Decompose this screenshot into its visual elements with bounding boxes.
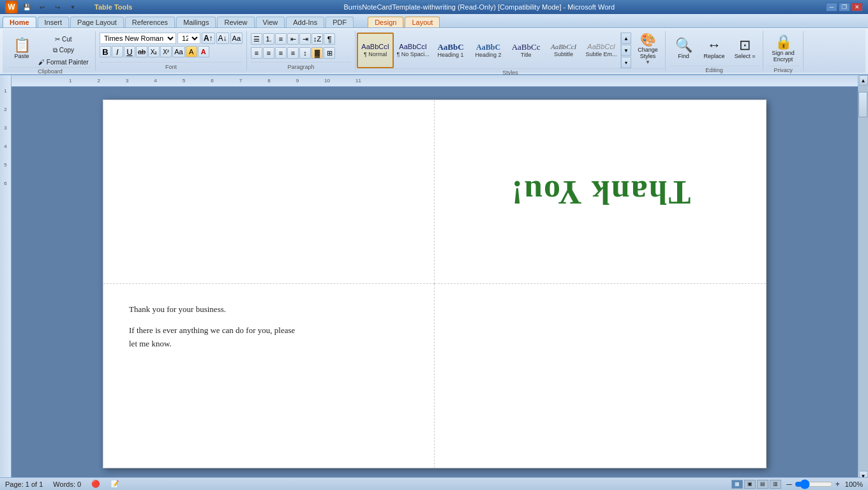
- superscript-button[interactable]: X²: [160, 46, 172, 57]
- tab-mailings[interactable]: Mailings: [176, 17, 216, 27]
- subscript-button[interactable]: X₂: [148, 46, 160, 57]
- clipboard-group: 📋 Paste ✂ Cut ⧉ Copy 🖌 Format Painter Cl…: [5, 31, 96, 71]
- align-left-button[interactable]: ≡: [251, 47, 262, 59]
- paste-button[interactable]: 📋 Paste: [9, 33, 34, 66]
- style-no-spacing[interactable]: AaBbCcI ¶ No Spaci...: [394, 33, 431, 68]
- numbering-button[interactable]: 1.: [263, 33, 274, 45]
- find-button[interactable]: 🔍 Find: [670, 33, 698, 66]
- highlight-button[interactable]: A: [186, 46, 197, 57]
- zoom-percentage: 100%: [845, 480, 863, 488]
- quick-access-save[interactable]: 💾: [20, 1, 33, 13]
- scroll-up-arrow[interactable]: ▲: [859, 75, 868, 85]
- zoom-in-button[interactable]: +: [835, 480, 840, 489]
- sign-encrypt-button[interactable]: 🔒 Sign andEncrypt: [767, 33, 799, 66]
- tab-references[interactable]: References: [125, 17, 175, 27]
- style-title[interactable]: AaBbCc Title: [507, 33, 544, 68]
- align-center-button[interactable]: ≡: [263, 47, 274, 59]
- quick-access-undo[interactable]: ↩: [36, 1, 49, 13]
- style-heading1[interactable]: AaBbC Heading 1: [432, 33, 469, 68]
- borders-button[interactable]: ⊞: [324, 47, 335, 59]
- strikethrough-button[interactable]: ab: [136, 46, 147, 57]
- decrease-indent-button[interactable]: ⇤: [287, 33, 299, 45]
- font-label: Font: [100, 62, 243, 71]
- ribbon-tab-bar: Home Insert Page Layout References Maili…: [0, 14, 868, 28]
- align-right-button[interactable]: ≡: [275, 47, 287, 59]
- justify-button[interactable]: ≡: [287, 47, 299, 59]
- scroll-track[interactable]: [858, 85, 868, 471]
- paragraph-row1: ☰ 1. ≡ ⇤ ⇥ ↕Z ¶: [251, 33, 335, 45]
- table-tools-design[interactable]: Design: [368, 17, 403, 27]
- text-line-3: let me know.: [129, 338, 408, 351]
- replace-button[interactable]: ↔ Replace: [700, 33, 728, 66]
- format-painter-button[interactable]: 🖌 Format Painter: [36, 57, 91, 67]
- scroll-thumb[interactable]: [858, 92, 867, 117]
- zoom-slider[interactable]: [795, 481, 833, 487]
- view-web-layout[interactable]: ▤: [757, 480, 768, 489]
- bullets-button[interactable]: ☰: [251, 33, 262, 45]
- quick-access-more[interactable]: ▼: [66, 1, 79, 13]
- clear-formatting-button[interactable]: Aa: [230, 33, 243, 44]
- page-text-area[interactable]: Thank you for your business. If there is…: [103, 284, 434, 369]
- tab-add-ins[interactable]: Add-Ins: [286, 17, 324, 27]
- style-normal[interactable]: AaBbCcI ¶ Normal: [357, 33, 394, 68]
- office-logo[interactable]: W: [5, 1, 18, 13]
- styles-scroll-up[interactable]: ▲: [621, 33, 631, 44]
- sign-encrypt-top: 🔒 Sign andEncrypt: [767, 33, 799, 66]
- tab-pdf[interactable]: PDF: [326, 17, 354, 27]
- minimize-button[interactable]: ─: [826, 3, 837, 11]
- quick-access-redo[interactable]: ↪: [51, 1, 64, 13]
- increase-indent-button[interactable]: ⇥: [299, 33, 311, 45]
- zoom-out-button[interactable]: ─: [786, 480, 792, 489]
- multilevel-list-button[interactable]: ≡: [275, 33, 287, 45]
- tab-home[interactable]: Home: [3, 17, 36, 27]
- shading-button[interactable]: ▓: [311, 47, 323, 59]
- font-color-button[interactable]: A: [198, 46, 209, 57]
- tab-insert[interactable]: Insert: [38, 17, 70, 27]
- main-content: 1 2 3 4 5 6 7 8 9 10 11 Thank You!: [11, 75, 858, 481]
- editing-group: 🔍 Find ↔ Replace ⊡ Select = Editing: [666, 31, 763, 71]
- font-size-select[interactable]: 12: [177, 33, 200, 44]
- close-button[interactable]: ✕: [851, 3, 863, 11]
- restore-button[interactable]: ❐: [839, 3, 850, 11]
- styles-expand[interactable]: ▾: [621, 57, 631, 68]
- table-tools-layout[interactable]: Layout: [405, 17, 440, 27]
- view-full-screen[interactable]: ▣: [744, 480, 756, 489]
- paragraph-group-top: ☰ 1. ≡ ⇤ ⇥ ↕Z ¶ ≡ ≡ ≡ ≡ ↕ ▓ ⊞: [251, 33, 351, 62]
- page-quadrant-top-right: Thank You!: [435, 100, 766, 284]
- view-outline[interactable]: ▥: [770, 480, 781, 489]
- font-shrink-button[interactable]: A↓: [216, 33, 229, 44]
- show-formatting-button[interactable]: ¶: [324, 33, 335, 45]
- styles-scroll-down[interactable]: ▼: [621, 45, 631, 56]
- paragraph-row2: ≡ ≡ ≡ ≡ ↕ ▓ ⊞: [251, 47, 335, 59]
- bold-button[interactable]: B: [100, 46, 111, 57]
- styles-top: AaBbCcI ¶ Normal AaBbCcI ¶ No Spaci... A…: [357, 33, 664, 68]
- title-bar: W 💾 ↩ ↪ ▼ Table Tools BurrisNoteCardTemp…: [0, 0, 868, 14]
- copy-button[interactable]: ⧉ Copy: [36, 45, 91, 56]
- sign-encrypt-group: 🔒 Sign andEncrypt Privacy: [763, 31, 804, 71]
- style-heading2[interactable]: AaBbC Heading 2: [470, 33, 507, 68]
- window-title: BurrisNoteCardTemplate-withwriting (Read…: [343, 3, 615, 11]
- font-row2: B I U ab X₂ X² Aa A A: [100, 45, 209, 58]
- tab-page-layout[interactable]: Page Layout: [70, 17, 124, 27]
- document-area: 1 2 3 4 5 6 1 2 3 4 5 6 7 8 9 10 11: [0, 75, 868, 481]
- tab-view[interactable]: View: [256, 17, 285, 27]
- vertical-scrollbar[interactable]: ▲ ▼: [858, 75, 868, 481]
- change-styles-button[interactable]: 🎨 ChangeStyles ▼: [632, 33, 664, 66]
- style-subtle-em[interactable]: AaBbCcI Subtle Em...: [583, 33, 620, 68]
- ribbon-main: 📋 Paste ✂ Cut ⧉ Copy 🖌 Format Painter Cl…: [3, 29, 865, 73]
- italic-button[interactable]: I: [112, 46, 123, 57]
- line-spacing-button[interactable]: ↕: [299, 47, 311, 59]
- view-print-layout[interactable]: ▦: [731, 480, 743, 489]
- tab-review[interactable]: Review: [217, 17, 254, 27]
- font-grow-button[interactable]: A↑: [202, 33, 215, 44]
- style-subtitle[interactable]: AaBbCcI Subtitle: [545, 33, 582, 68]
- select-button[interactable]: ⊡ Select =: [731, 33, 759, 66]
- underline-button[interactable]: U: [124, 46, 135, 57]
- sort-button[interactable]: ↕Z: [311, 33, 323, 45]
- change-case-button[interactable]: Aa: [172, 46, 184, 57]
- document-scroll-area[interactable]: Thank You! Thank you for your business. …: [11, 87, 858, 481]
- font-name-select[interactable]: Times New Roman: [100, 33, 176, 44]
- clipboard-group-top: 📋 Paste ✂ Cut ⧉ Copy 🖌 Format Painter: [9, 33, 91, 67]
- cut-button[interactable]: ✂ Cut: [36, 34, 91, 44]
- status-bar-left: Page: 1 of 1 Words: 0 🔴 📝: [5, 480, 119, 488]
